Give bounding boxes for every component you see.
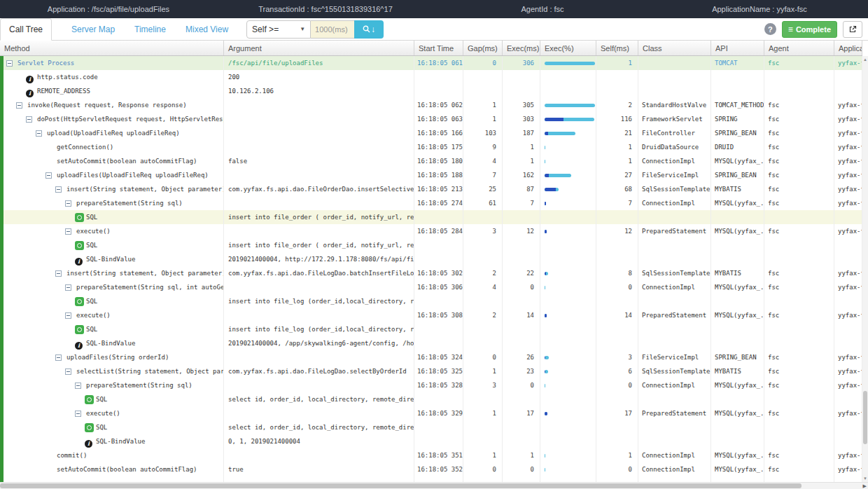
- filler-cell: [596, 476, 638, 482]
- table-row[interactable]: SQLinsert into file_order ( order_id, no…: [4, 210, 862, 224]
- table-row[interactable]: execute()16:18:05 28431212PreparedStatem…: [4, 224, 862, 238]
- filter-ms-input[interactable]: [311, 20, 354, 39]
- expander-icon[interactable]: [65, 200, 71, 207]
- gap-cell: 0: [463, 462, 503, 476]
- table-row[interactable]: iSQL-BindValue0, 1, 2019021400004: [4, 434, 862, 448]
- table-row[interactable]: SQLinsert into file_log (order_id,local_…: [4, 294, 862, 308]
- table-row[interactable]: SQLinsert into file_order ( order_id, no…: [4, 238, 862, 252]
- expander-icon[interactable]: [36, 130, 42, 137]
- exec-ms-cell: [503, 70, 540, 84]
- table-row[interactable]: doPost(HttpServletRequest request, HttpS…: [4, 112, 862, 126]
- table-row[interactable]: selectList(String statement, Object para…: [4, 364, 862, 378]
- exec-ms-cell: [503, 252, 540, 266]
- expander-icon[interactable]: [16, 102, 22, 109]
- table-row[interactable]: prepareStatement(String sql)16:18:05 274…: [4, 196, 862, 210]
- scroll-down-icon[interactable]: ▼: [862, 475, 868, 482]
- gap-cell: 1: [463, 364, 503, 378]
- agent-cell: fsc: [764, 350, 834, 364]
- tab-mixed-view[interactable]: Mixed View: [186, 25, 228, 34]
- table-row[interactable]: insert(String statement, Object paramete…: [4, 266, 862, 280]
- expander-icon[interactable]: [6, 60, 13, 67]
- gap-cell: [463, 294, 503, 308]
- gap-cell: [463, 322, 503, 336]
- table-row[interactable]: prepareStatement(String sql, int autoGen…: [4, 280, 862, 294]
- scroll-up-icon[interactable]: ▲: [862, 56, 868, 63]
- table-row[interactable]: ihttp.status.code200: [4, 70, 862, 84]
- table-row[interactable]: uploadFiles(String orderId)16:18:05 3240…: [4, 350, 862, 364]
- api-cell: [711, 210, 764, 224]
- complete-button[interactable]: ≡ Complete: [782, 21, 837, 38]
- open-in-new-window-button[interactable]: [843, 21, 862, 38]
- exec-ms-cell: 0: [503, 462, 540, 476]
- gap-cell: 7: [463, 168, 503, 182]
- agent-cell: [764, 84, 834, 98]
- table-row[interactable]: invoke(Request request, Response respons…: [4, 98, 862, 112]
- table-row[interactable]: prepareStatement(String sql)16:18:05 328…: [4, 378, 862, 392]
- expander-icon[interactable]: [46, 172, 52, 179]
- exec-ms-cell: 12: [503, 224, 540, 238]
- table-row[interactable]: iSQL-BindValue2019021400004, /app/skywal…: [4, 336, 862, 350]
- argument-cell: /fsc/api/file/uploadFiles: [224, 56, 414, 70]
- table-row[interactable]: getConnection()16:18:05 175911DruidDataS…: [4, 140, 862, 154]
- expander-icon[interactable]: [75, 411, 81, 417]
- table-row[interactable]: setAutoCommit(boolean autoCommitFlag)fal…: [4, 154, 862, 168]
- application-cell: [834, 70, 862, 84]
- method-label: invoke(Request request, Response respons…: [27, 102, 187, 109]
- exec-percent-cell: [540, 154, 596, 168]
- table-row[interactable]: execute()16:18:05 30821414PreparedStatem…: [4, 308, 862, 322]
- agent-cell: [764, 336, 834, 350]
- method-cell: SQL: [4, 322, 224, 336]
- table-row[interactable]: commit()16:18:05 351111ConnectionImplMYS…: [4, 448, 862, 462]
- table-row[interactable]: SQLselect id, order_id, local_directory,…: [4, 392, 862, 406]
- expander-icon[interactable]: [65, 369, 71, 375]
- vertical-scrollbar[interactable]: ▲ ▼: [862, 56, 868, 482]
- expander-icon[interactable]: [65, 228, 71, 235]
- table-row[interactable]: iSQL-BindValue2019021400004, http://172.…: [4, 252, 862, 266]
- agent-cell: [764, 252, 834, 266]
- expander-icon[interactable]: [55, 270, 62, 277]
- argument-cell: com.yyfax.fs.api.dao.FileLogDao.selectBy…: [224, 364, 414, 378]
- horizontal-scrollbar[interactable]: ▶: [0, 482, 868, 489]
- agent-cell: [764, 322, 834, 336]
- exec-ms-cell: [503, 420, 540, 434]
- table-row[interactable]: iREMOTE_ADDRESS10.126.2.106: [4, 84, 862, 98]
- class-cell: ConnectionImpl: [638, 448, 711, 462]
- agent-cell: [764, 434, 834, 448]
- table-row[interactable]: setAutoCommit(boolean autoCommitFlag)tru…: [4, 462, 862, 476]
- class-cell: DruidDataSource: [638, 140, 711, 154]
- table-row[interactable]: SQLinsert into file_log (order_id,local_…: [4, 322, 862, 336]
- vertical-scrollbar-thumb[interactable]: [863, 391, 867, 444]
- self-ms-cell: 116: [596, 112, 638, 126]
- horizontal-scrollbar-thumb[interactable]: [0, 483, 802, 488]
- table-row[interactable]: SQLselect id, order_id, local_directory,…: [4, 420, 862, 434]
- table-row[interactable]: execute()16:18:05 32911717PreparedStatem…: [4, 406, 862, 420]
- table-row[interactable]: Servlet Process/fsc/api/file/uploadFiles…: [4, 56, 862, 70]
- table-row[interactable]: uploadFiles(UploadFileReq uploadFileReq)…: [4, 168, 862, 182]
- exec-percent-cell: [540, 266, 596, 280]
- application-cell: yyfax-fsc: [834, 112, 862, 126]
- filter-type-select[interactable]: Self >= ▼: [246, 20, 311, 39]
- expander-icon[interactable]: [65, 284, 71, 291]
- expander-icon[interactable]: [75, 383, 81, 389]
- help-icon[interactable]: ?: [764, 23, 776, 35]
- tab-server-map[interactable]: Server Map: [71, 25, 115, 34]
- filler-cell: [540, 476, 596, 482]
- expander-icon[interactable]: [55, 186, 62, 193]
- expander-icon[interactable]: [55, 354, 62, 361]
- class-cell: PreparedStatement: [638, 308, 711, 322]
- tab-timeline[interactable]: Timeline: [134, 25, 166, 34]
- self-ms-cell: 1: [596, 448, 638, 462]
- scroll-right-icon[interactable]: ▶: [863, 483, 867, 489]
- expander-icon[interactable]: [65, 312, 71, 319]
- api-cell: [711, 336, 764, 350]
- column-header-class: Class: [638, 41, 711, 55]
- exec-percent-cell: [540, 280, 596, 294]
- tab-call-tree[interactable]: Call Tree: [0, 18, 52, 41]
- table-row[interactable]: upload(UploadFileReq uploadFileReq)16:18…: [4, 126, 862, 140]
- exec-bar: [545, 230, 547, 233]
- expander-icon[interactable]: [26, 116, 32, 123]
- exec-bar-self-portion: [545, 132, 548, 135]
- search-button[interactable]: ↓: [354, 20, 384, 39]
- api-cell: MYSQL(yyfax_..: [711, 406, 764, 420]
- table-row[interactable]: insert(String statement, Object paramete…: [4, 182, 862, 196]
